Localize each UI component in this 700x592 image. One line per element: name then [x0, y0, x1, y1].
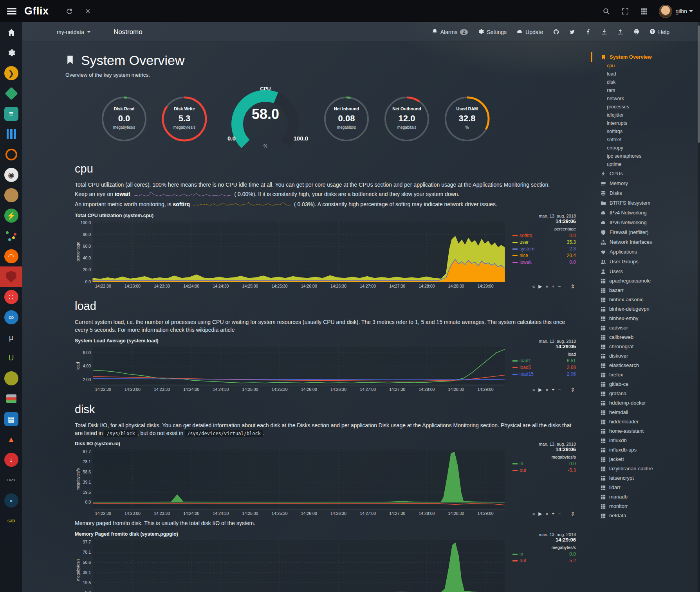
- net-outbound-gauge[interactable]: Net Outbound12.0megabits/s: [382, 95, 431, 146]
- app-shortcut-radarr[interactable]: ◉: [0, 165, 22, 185]
- app-shortcut-app-olive[interactable]: [0, 368, 22, 389]
- menu-app-jackett[interactable]: jackett: [591, 455, 700, 464]
- resize-handle[interactable]: ⇕: [570, 283, 575, 290]
- resize-handle[interactable]: ⇕: [570, 387, 575, 393]
- app-shortcut-duplicati-drop[interactable]: ●: [0, 490, 22, 511]
- play-button[interactable]: ▶: [538, 284, 542, 289]
- menu-sub-load[interactable]: load: [591, 70, 700, 78]
- app-shortcut-download-app[interactable]: ↓: [0, 450, 22, 470]
- app-shortcut-rutorrent[interactable]: [0, 389, 22, 409]
- menu-app-bazarr[interactable]: bazarr: [591, 286, 700, 295]
- menu-app-lidarr[interactable]: lidarr: [591, 483, 700, 492]
- legend-row-softirq[interactable]: softirq0.0: [512, 232, 576, 239]
- zoom-out-button[interactable]: −: [558, 284, 561, 289]
- pan-right-button[interactable]: »: [546, 511, 548, 516]
- facebook-icon[interactable]: [585, 29, 591, 35]
- app-shortcut-app-green[interactable]: ⚡: [0, 205, 22, 226]
- menu-sub-softnet[interactable]: softnet: [591, 136, 700, 144]
- app-shortcut-sabnzbd[interactable]: sab: [0, 511, 22, 531]
- apps-grid-icon[interactable]: [640, 7, 648, 15]
- app-shortcut-home[interactable]: [0, 22, 22, 43]
- app-shortcut-lidarr[interactable]: [0, 226, 22, 246]
- menu-section-applications[interactable]: Applications: [591, 247, 700, 257]
- menu-sub-interrupts[interactable]: interrupts: [591, 119, 700, 128]
- pgpgio-plot[interactable]: 0.019.539.158.678.197.714:22:3014:23:001…: [75, 538, 509, 592]
- user-menu[interactable]: gilbn: [675, 8, 693, 14]
- legend-row-nice[interactable]: nice20.4: [512, 252, 576, 259]
- print-icon[interactable]: [633, 29, 639, 35]
- update-button[interactable]: Update: [517, 29, 543, 36]
- used-ram-gauge[interactable]: Used RAM32.8%: [443, 95, 491, 146]
- legend-row-load15[interactable]: load152.06: [512, 371, 576, 378]
- menu-app-diskover[interactable]: diskover: [591, 351, 700, 361]
- close-icon[interactable]: ×: [84, 7, 92, 15]
- app-shortcut-plex[interactable]: ❯: [0, 63, 22, 83]
- disk-read-gauge[interactable]: Disk Read0.0megabytes/s: [100, 95, 148, 146]
- app-shortcut-gitlab[interactable]: ▲: [0, 429, 22, 450]
- alarms-button[interactable]: Alarms 2: [432, 29, 468, 36]
- app-shortcut-lazylibrarian[interactable]: LAZY: [0, 470, 22, 490]
- play-button[interactable]: ▶: [538, 511, 542, 516]
- menu-section-firewall-netfilter-[interactable]: Firewall (netfilter): [591, 227, 700, 237]
- host-dropdown[interactable]: my-netdata: [57, 29, 91, 35]
- github-icon[interactable]: [553, 29, 559, 35]
- menu-app-binhex-airsonic[interactable]: binhex-airsonic: [591, 295, 700, 304]
- menu-app-home-assistant[interactable]: home-assistant: [591, 426, 700, 436]
- menu-sub-softirqs[interactable]: softirqs: [591, 128, 700, 136]
- menu-app-letsencrypt[interactable]: letsencrypt: [591, 473, 700, 483]
- legend-row-iowait[interactable]: iowait0.0: [512, 259, 576, 266]
- menu-sub-ram[interactable]: ram: [591, 86, 700, 95]
- menu-section-btrfs-filesystem[interactable]: BTRFS filesystem: [591, 198, 700, 208]
- menu-system-overview[interactable]: System Overview: [591, 52, 700, 62]
- twitter-icon[interactable]: [569, 29, 575, 35]
- menu-app-monitorr[interactable]: monitorr: [591, 502, 700, 511]
- memory-paged-chart[interactable]: Memory Paged from/to disk (system.pgpgio…: [75, 531, 578, 592]
- app-shortcut-app-blue[interactable]: ▤: [0, 409, 22, 429]
- scrollbar-thumb[interactable]: [698, 25, 700, 143]
- menu-app-influxdb[interactable]: influxdb: [591, 436, 700, 445]
- app-shortcut-settings[interactable]: [0, 43, 22, 63]
- menu-app-firefox[interactable]: firefox: [591, 370, 700, 380]
- fullscreen-icon[interactable]: [621, 7, 629, 15]
- download-icon[interactable]: [601, 29, 607, 35]
- menu-app-gitlab-ce[interactable]: gitlab-ce: [591, 380, 700, 389]
- menu-section-memory[interactable]: Memory: [591, 178, 700, 188]
- zoom-in-button[interactable]: +: [552, 511, 554, 516]
- app-shortcut-app-red-dots[interactable]: ∷: [0, 287, 22, 307]
- app-shortcut-grafana[interactable]: ◠: [0, 246, 22, 266]
- menu-sub-ipc-semaphores[interactable]: ipc semaphores: [591, 152, 700, 160]
- pan-left-button[interactable]: «: [532, 511, 535, 516]
- app-shortcut-emby[interactable]: ≡: [0, 104, 22, 124]
- pan-right-button[interactable]: »: [546, 387, 548, 392]
- legend-row-out[interactable]: out-5.2: [512, 558, 576, 564]
- menu-app-cadvisor[interactable]: cadvisor: [591, 323, 700, 333]
- legend-row-system[interactable]: system2.3: [512, 246, 576, 252]
- help-button[interactable]: Help: [649, 29, 669, 36]
- menu-app-influxdb-ups[interactable]: influxdb-ups: [591, 445, 700, 455]
- menu-app-binhex-emby[interactable]: binhex-emby: [591, 314, 700, 323]
- menu-app-mariadb[interactable]: mariadb: [591, 492, 700, 502]
- menu-app-apacheguacamole[interactable]: apacheguacamole: [591, 276, 700, 286]
- menu-sub-disk[interactable]: disk: [591, 78, 700, 86]
- load-plot[interactable]: 2.004.006.0014:22:3014:23:0014:23:3014:2…: [75, 344, 509, 393]
- menu-section-ipv6-networking[interactable]: IPv6 Networking: [591, 218, 700, 227]
- menu-section-user-groups[interactable]: User Groups: [591, 257, 700, 266]
- pan-left-button[interactable]: «: [532, 284, 535, 289]
- disk-io-chart[interactable]: Disk I/O (system.io)0.019.539.158.678.19…: [75, 441, 578, 517]
- wikipedia-link[interactable]: this wikipedia article: [186, 327, 235, 333]
- menu-app-hddtemp-docker[interactable]: hddtemp-docker: [591, 398, 700, 408]
- load-chart[interactable]: System Load Average (system.load)2.004.0…: [75, 338, 578, 393]
- menu-section-cpus[interactable]: CPUs: [591, 169, 700, 178]
- menu-sub-network[interactable]: network: [591, 95, 700, 103]
- disk-write-gauge[interactable]: Disk Write5.3megabytes/s: [160, 95, 209, 146]
- legend-row-in[interactable]: in0.0: [512, 551, 576, 558]
- app-shortcut-app-tan[interactable]: [0, 185, 22, 205]
- zoom-in-button[interactable]: +: [552, 284, 554, 289]
- legend-row-user[interactable]: user35.3: [512, 239, 576, 246]
- cpu-gauge[interactable]: CPU58.00.0100.0%: [220, 85, 310, 152]
- net-inbound-gauge[interactable]: Net Inbound0.08megabits/s: [322, 95, 371, 146]
- settings-button[interactable]: Settings: [478, 29, 507, 36]
- menu-app-binhex-delugevpn[interactable]: binhex-delugevpn: [591, 304, 700, 314]
- menu-section-disks[interactable]: Disks: [591, 188, 700, 198]
- menu-sub-uptime[interactable]: uptime: [591, 160, 700, 169]
